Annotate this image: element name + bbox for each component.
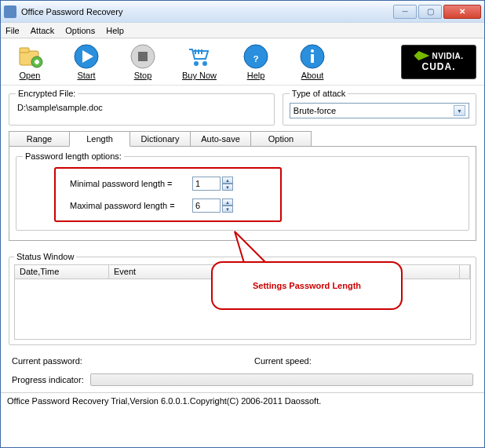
menubar: File Attack Options Help — [1, 23, 484, 38]
help-label: Help — [247, 71, 265, 80]
encrypted-file-group: Encrypted File: D:\sample\sample.doc — [9, 89, 275, 126]
min-length-down-button[interactable]: ▼ — [222, 184, 233, 191]
nvidia-eye-icon — [414, 51, 429, 60]
password-length-options-group: Password length options: Minimal passwor… — [16, 151, 469, 231]
svg-rect-18 — [311, 54, 314, 63]
status-window-legend: Status Window — [14, 252, 76, 261]
cart-icon — [186, 43, 213, 70]
progress-bar — [90, 373, 473, 386]
svg-text:?: ? — [253, 54, 259, 64]
attack-type-value: Brute-force — [294, 106, 454, 115]
help-icon: ? — [242, 43, 269, 70]
cuda-text: CUDA. — [422, 61, 456, 72]
svg-point-10 — [202, 61, 207, 66]
nvidia-text: NVIDIA. — [432, 52, 463, 60]
tab-dictionary[interactable]: Dictionary — [129, 131, 191, 147]
toolbar: Open Start Stop Buy Now ? Help — [1, 38, 484, 86]
max-length-input[interactable] — [192, 199, 221, 213]
tab-auto-save[interactable]: Auto-save — [190, 131, 251, 147]
callout-text: Settings Password Length — [253, 281, 361, 290]
stop-label: Stop — [134, 71, 152, 80]
start-button[interactable]: Start — [65, 43, 108, 80]
tabs: Range Length Dictionary Auto-save Option — [9, 130, 476, 146]
tab-pane-length: Password length options: Minimal passwor… — [9, 146, 476, 241]
tab-length[interactable]: Length — [69, 131, 130, 147]
about-button[interactable]: About — [291, 43, 334, 80]
max-length-up-button[interactable]: ▲ — [222, 199, 233, 206]
svg-rect-11 — [195, 49, 196, 54]
max-length-label: Maximal password length = — [70, 201, 188, 210]
current-speed-label: Current speed: — [254, 356, 312, 366]
callout-annotation: Settings Password Length — [211, 261, 403, 310]
svg-rect-13 — [201, 49, 202, 54]
help-button[interactable]: ? Help — [235, 43, 277, 80]
tab-option[interactable]: Option — [250, 131, 312, 147]
svg-rect-1 — [20, 48, 29, 53]
min-length-up-button[interactable]: ▲ — [222, 177, 233, 184]
open-label: Open — [20, 71, 41, 80]
menu-help[interactable]: Help — [106, 26, 124, 35]
maximize-button[interactable]: ▢ — [418, 5, 442, 19]
length-highlight-box: Minimal password length = ▲ ▼ Maximal pa… — [54, 167, 282, 222]
nvidia-cuda-badge: NVIDIA. CUDA. — [401, 45, 476, 79]
menu-file[interactable]: File — [5, 26, 20, 35]
open-button[interactable]: Open — [9, 43, 51, 80]
encrypted-file-legend: Encrypted File: — [16, 89, 78, 98]
type-of-attack-legend: Type of attack — [290, 89, 348, 98]
statusbar: Office Password Recovery Trial,Version 6… — [1, 392, 484, 408]
column-spacer — [460, 265, 470, 279]
svg-point-17 — [311, 49, 314, 53]
min-length-input[interactable] — [192, 177, 221, 191]
play-icon — [73, 43, 100, 70]
tab-range[interactable]: Range — [9, 131, 70, 147]
stop-button[interactable]: Stop — [122, 43, 164, 80]
svg-rect-12 — [198, 49, 199, 54]
menu-options[interactable]: Options — [65, 26, 95, 35]
start-label: Start — [77, 71, 95, 80]
max-length-down-button[interactable]: ▼ — [222, 206, 233, 213]
column-datetime[interactable]: Date,Time — [15, 265, 109, 279]
app-icon — [4, 5, 16, 18]
info-icon — [299, 43, 326, 70]
minimize-button[interactable]: ─ — [393, 5, 417, 19]
svg-rect-4 — [36, 60, 38, 64]
current-password-label: Current password: — [12, 356, 82, 366]
progress-label: Progress indicator: — [12, 375, 84, 384]
password-length-options-legend: Password length options: — [23, 151, 124, 161]
titlebar: Office Password Recovery ─ ▢ ✕ — [1, 1, 484, 23]
svg-point-9 — [194, 61, 199, 66]
menu-attack[interactable]: Attack — [31, 26, 55, 35]
attack-type-combo[interactable]: Brute-force ▼ — [290, 103, 469, 118]
close-button[interactable]: ✕ — [443, 5, 481, 19]
encrypted-file-path: D:\sample\sample.doc — [16, 101, 268, 114]
buy-now-button[interactable]: Buy Now — [178, 43, 221, 80]
app-window: Office Password Recovery ─ ▢ ✕ File Atta… — [0, 0, 485, 448]
min-length-label: Minimal password length = — [70, 179, 188, 188]
buy-label: Buy Now — [182, 71, 217, 80]
type-of-attack-group: Type of attack Brute-force ▼ — [283, 89, 476, 126]
folder-open-icon — [16, 43, 43, 70]
window-title: Office Password Recovery — [21, 7, 393, 16]
stop-icon — [129, 43, 156, 70]
about-label: About — [301, 71, 324, 80]
svg-rect-8 — [138, 52, 148, 61]
chevron-down-icon: ▼ — [454, 105, 465, 116]
statusbar-text: Office Password Recovery Trial,Version 6… — [7, 396, 321, 406]
